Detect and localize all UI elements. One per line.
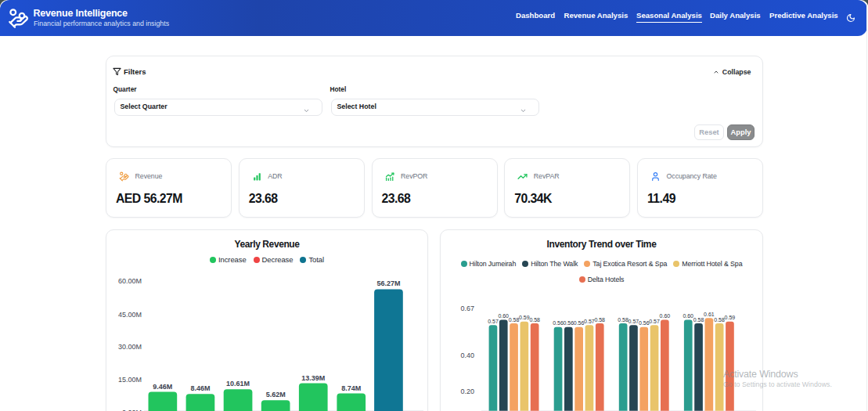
- svg-text:0.58: 0.58: [693, 317, 704, 323]
- svg-text:0.59: 0.59: [519, 315, 530, 320]
- svg-text:0.58: 0.58: [529, 317, 540, 323]
- svg-text:15.00M: 15.00M: [118, 376, 142, 384]
- svg-text:56.27M: 56.27M: [376, 279, 400, 287]
- svg-text:0.57: 0.57: [649, 319, 660, 324]
- svg-text:9.46M: 9.46M: [153, 383, 172, 391]
- svg-text:0.58: 0.58: [714, 317, 725, 323]
- svg-text:10.61M: 10.61M: [226, 380, 250, 388]
- svg-text:30.00M: 30.00M: [118, 343, 142, 351]
- svg-text:0.58: 0.58: [594, 317, 605, 323]
- svg-text:0.56: 0.56: [639, 320, 650, 326]
- svg-text:0.56: 0.56: [553, 320, 564, 326]
- svg-text:45.00M: 45.00M: [118, 311, 142, 319]
- svg-text:0.59: 0.59: [725, 315, 736, 320]
- svg-text:5.62M: 5.62M: [266, 391, 286, 398]
- svg-text:8.74M: 8.74M: [341, 384, 361, 392]
- svg-text:0.57: 0.57: [584, 319, 595, 324]
- svg-text:0.40: 0.40: [460, 352, 474, 359]
- svg-text:0.60: 0.60: [660, 313, 671, 319]
- svg-text:13.39M: 13.39M: [301, 374, 325, 382]
- svg-text:0.57: 0.57: [488, 319, 499, 324]
- svg-text:0.60: 0.60: [498, 313, 509, 319]
- svg-text:0.56: 0.56: [574, 320, 585, 326]
- svg-text:0.58: 0.58: [618, 317, 628, 323]
- svg-text:0.57: 0.57: [628, 319, 639, 324]
- svg-text:0.67: 0.67: [460, 305, 474, 312]
- svg-text:0.58: 0.58: [509, 317, 520, 323]
- svg-text:60.00M: 60.00M: [118, 277, 142, 285]
- svg-text:8.46M: 8.46M: [190, 384, 210, 392]
- svg-text:0.56: 0.56: [563, 320, 574, 326]
- svg-text:0.20: 0.20: [460, 388, 474, 395]
- svg-text:0.61: 0.61: [704, 312, 715, 317]
- svg-text:0.60: 0.60: [683, 313, 693, 319]
